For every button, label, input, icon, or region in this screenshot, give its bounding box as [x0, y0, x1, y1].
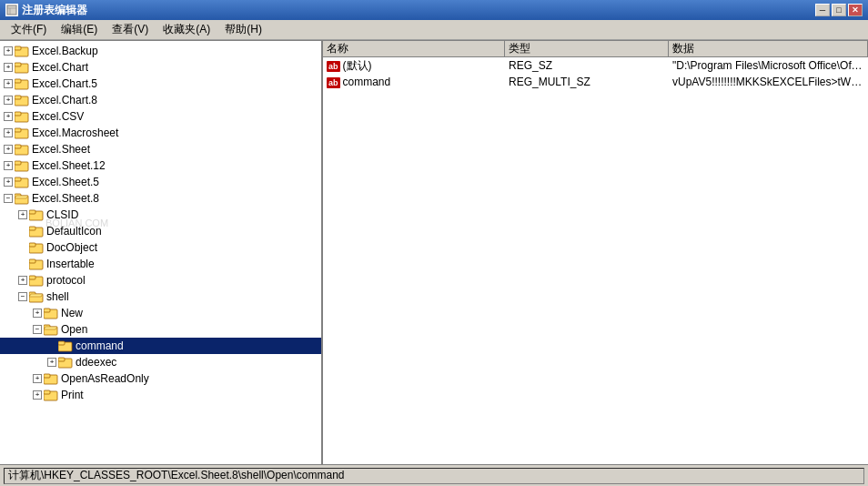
maximize-button[interactable]: □	[832, 4, 846, 16]
expand-button-excel-macrosheet[interactable]: +	[4, 128, 13, 137]
svg-rect-29	[29, 243, 35, 247]
tree-item-excel-sheet5[interactable]: + Excel.Sheet.5	[0, 174, 321, 190]
tree-item-excel-sheet[interactable]: + Excel.Sheet	[0, 141, 321, 157]
expand-button-excel-chart8[interactable]: +	[4, 96, 13, 105]
window-frame: 注册表编辑器 ─ □ ✕ 文件(F)编辑(E)查看(V)收藏夹(A)帮助(H) …	[0, 0, 868, 486]
tree-item-print[interactable]: + Print	[0, 387, 321, 403]
tree-item-excel-sheet8[interactable]: − Excel.Sheet.8	[0, 190, 321, 207]
tree-label-excel-backup: Excel.Backup	[32, 45, 98, 57]
tree-item-command[interactable]: command	[0, 338, 321, 354]
svg-marker-36	[29, 294, 43, 297]
folder-icon-excel-backup	[15, 45, 29, 57]
folder-icon-excel-sheet12	[15, 159, 29, 172]
tree-label-excel-sheet5: Excel.Sheet.5	[32, 176, 99, 188]
folder-icon-excel-sheet	[15, 143, 29, 156]
folder-icon-shell	[29, 290, 44, 303]
tree-item-docobject[interactable]: DocObject	[0, 239, 321, 256]
tree-pane[interactable]: BOLIAN.COM + Excel.Backup+ Excel.Chart+ …	[0, 41, 323, 464]
menu-item-help[interactable]: 帮助(H)	[217, 20, 269, 39]
tree-item-open[interactable]: − Open	[0, 321, 321, 338]
close-button[interactable]: ✕	[848, 4, 863, 16]
tree-label-clsid: CLSID	[46, 208, 78, 221]
expand-button-excel-backup[interactable]: +	[4, 46, 13, 56]
tree-item-excel-chart5[interactable]: + Excel.Chart.5	[0, 76, 321, 92]
folder-icon-excel-sheet8	[15, 192, 29, 205]
tree-item-new[interactable]: + New	[0, 305, 321, 321]
folder-icon-excel-sheet5	[15, 176, 29, 188]
expand-button-openasreadonly[interactable]: +	[33, 374, 42, 383]
expand-button-clsid[interactable]: +	[18, 210, 27, 219]
svg-rect-20	[15, 177, 21, 181]
svg-rect-18	[15, 161, 21, 165]
svg-rect-33	[29, 276, 35, 279]
tree-item-ddeexec[interactable]: + ddeexec	[0, 354, 321, 370]
svg-marker-41	[44, 327, 57, 329]
svg-rect-10	[15, 96, 21, 99]
tree-item-protocol[interactable]: + protocol	[0, 272, 321, 289]
tree-item-excel-sheet12[interactable]: + Excel.Sheet.12	[0, 157, 321, 174]
tree-item-excel-chart8[interactable]: + Excel.Chart.8	[0, 92, 321, 108]
details-row-command[interactable]: abcommandREG_MULTI_SZvUpAV5!!!!!!!!MKKSk…	[323, 74, 868, 90]
folder-icon-print	[44, 389, 58, 401]
menu-item-file[interactable]: 文件(F)	[4, 20, 54, 39]
svg-rect-47	[44, 374, 50, 378]
tree-item-defaulticon[interactable]: DefaultIcon	[0, 223, 321, 239]
reg-value-icon-command: ab	[327, 77, 340, 88]
minimize-button[interactable]: ─	[815, 4, 830, 16]
col-header-name[interactable]: 名称	[323, 41, 505, 56]
window-title: 注册表编辑器	[22, 3, 815, 18]
expand-button-excel-sheet12[interactable]: +	[4, 161, 13, 170]
expand-button-excel-sheet[interactable]: +	[4, 145, 13, 154]
col-header-type[interactable]: 类型	[505, 41, 669, 56]
folder-icon-new	[44, 307, 58, 319]
tree-label-docobject: DocObject	[46, 241, 97, 254]
expand-button-print[interactable]: +	[33, 390, 42, 400]
tree-item-excel-chart[interactable]: + Excel.Chart	[0, 59, 321, 76]
tree-item-excel-csv[interactable]: + Excel.CSV	[0, 108, 321, 125]
tree-item-excel-macrosheet[interactable]: + Excel.Macrosheet	[0, 125, 321, 141]
tree-item-insertable[interactable]: Insertable	[0, 256, 321, 272]
details-cell-type-command: REG_MULTI_SZ	[505, 75, 669, 89]
tree-label-command: command	[76, 339, 124, 352]
expand-button-shell[interactable]: −	[18, 292, 27, 301]
tree-label-excel-chart5: Excel.Chart.5	[32, 77, 97, 90]
tree-items: + Excel.Backup+ Excel.Chart+ Excel.Chart…	[0, 41, 321, 405]
expand-button-ddeexec[interactable]: +	[47, 358, 56, 367]
tree-pane-inner: BOLIAN.COM + Excel.Backup+ Excel.Chart+ …	[0, 41, 321, 405]
details-name-text-default: (默认)	[343, 59, 372, 72]
menu-item-favorites[interactable]: 收藏夹(A)	[156, 20, 217, 39]
tree-label-excel-macrosheet: Excel.Macrosheet	[32, 127, 118, 139]
tree-label-shell: shell	[46, 290, 69, 303]
expand-button-open[interactable]: −	[33, 325, 42, 334]
tree-label-openasreadonly: OpenAsReadOnly	[61, 372, 149, 385]
expand-button-excel-sheet5[interactable]: +	[4, 177, 13, 187]
tree-label-excel-chart: Excel.Chart	[32, 61, 88, 74]
tree-item-openasreadonly[interactable]: + OpenAsReadOnly	[0, 370, 321, 387]
expand-button-excel-csv[interactable]: +	[4, 112, 13, 121]
folder-icon-defaulticon	[29, 225, 44, 238]
ab-icon: ab	[327, 77, 340, 88]
col-header-data[interactable]: 数据	[669, 41, 868, 56]
expand-button-excel-sheet8[interactable]: −	[4, 194, 13, 203]
tree-item-excel-backup[interactable]: + Excel.Backup	[0, 43, 321, 59]
tree-label-defaulticon: DefaultIcon	[46, 225, 102, 238]
svg-rect-16	[15, 145, 21, 148]
expand-button-protocol[interactable]: +	[18, 276, 27, 285]
tree-label-ddeexec: ddeexec	[76, 356, 116, 369]
expand-button-new[interactable]: +	[33, 309, 42, 318]
tree-label-protocol: protocol	[46, 274, 86, 287]
reg-value-icon-default: ab	[327, 61, 340, 72]
svg-rect-14	[15, 128, 21, 132]
expand-button-excel-chart5[interactable]: +	[4, 79, 13, 88]
tree-item-clsid[interactable]: + CLSID	[0, 207, 321, 223]
folder-icon-excel-chart	[15, 61, 29, 74]
menu-item-edit[interactable]: 编辑(E)	[54, 20, 105, 39]
title-bar: 注册表编辑器 ─ □ ✕	[0, 0, 868, 20]
svg-rect-45	[58, 358, 65, 361]
folder-icon-excel-chart5	[15, 77, 29, 90]
menu-item-view[interactable]: 查看(V)	[105, 20, 156, 39]
tree-item-shell[interactable]: − shell	[0, 289, 321, 305]
expand-button-excel-chart[interactable]: +	[4, 63, 13, 72]
tree-label-open: Open	[61, 323, 87, 336]
details-row-default[interactable]: ab(默认)REG_SZ"D:\Program Files\Microsoft …	[323, 57, 868, 74]
